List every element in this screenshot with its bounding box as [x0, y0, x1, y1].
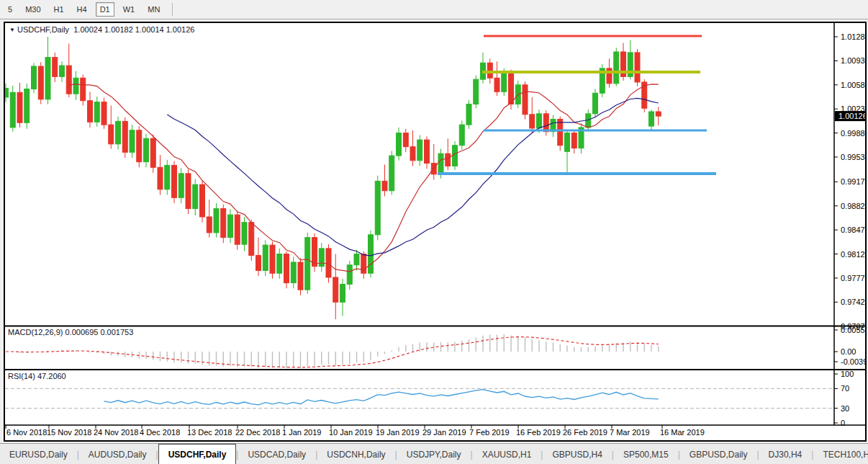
chart-tab-tech100-h1[interactable]: TECH100,H1	[813, 444, 868, 464]
candle-down	[66, 44, 71, 97]
candle-up	[551, 115, 556, 138]
candle-up	[417, 135, 422, 166]
timeframe-toolbar: 5M30H1H4D1W1MN	[0, 0, 868, 19]
price-axis-label: 0.99170	[841, 177, 865, 186]
candle-down	[446, 138, 451, 170]
timeframe-button-h1[interactable]: H1	[50, 2, 68, 17]
date-axis-label: 6 Nov 2018	[6, 428, 47, 437]
candle-up	[305, 233, 310, 294]
ma-slow-line	[167, 98, 659, 256]
price-axis-label: 1.00930	[841, 56, 865, 65]
candle-up	[32, 63, 37, 93]
candle-down	[88, 92, 93, 128]
date-axis-label: 19 Jan 2019	[376, 428, 420, 437]
chart-canvas[interactable]: 1.012801.009301.005801.002300.998800.995…	[5, 23, 865, 440]
candle-up	[277, 249, 282, 279]
candle-up	[214, 203, 219, 238]
candle-up	[45, 37, 50, 104]
candle-down	[543, 110, 548, 135]
candle-up	[291, 256, 296, 288]
rsi-axis-label: 30	[841, 404, 849, 413]
candle-down	[431, 144, 436, 180]
timeframe-button-mn[interactable]: MN	[143, 2, 164, 17]
chart-tab-usdchf-daily[interactable]: USDCHF,Daily	[158, 444, 237, 464]
macd-axis: 0.0055340.00-0.00393	[834, 326, 865, 366]
candle-up	[474, 75, 479, 108]
chart-tab-gbpusd-h4[interactable]: GBPUSD,H4	[543, 444, 611, 464]
candle-down	[122, 117, 127, 158]
candle-down	[270, 241, 275, 279]
candle-up	[130, 125, 135, 158]
candlestick-series	[5, 37, 661, 319]
price-axis-label: 0.98120	[841, 250, 865, 259]
rsi-line	[104, 390, 659, 405]
date-axis-label: 13 Dec 2018	[187, 428, 232, 437]
timeframe-button-5[interactable]: 5	[4, 2, 17, 17]
candle-up	[397, 128, 402, 161]
candle-up	[116, 117, 121, 150]
candle-down	[186, 169, 191, 214]
timeframe-button-w1[interactable]: W1	[119, 2, 140, 17]
chart-tab-xauusd-h1[interactable]: XAUUSD,H1	[473, 444, 541, 464]
rsi-value: 47.2060	[37, 372, 66, 380]
symbol-dropdown-icon[interactable]: ▼	[9, 27, 15, 33]
macd-main-value: 0.000695	[65, 328, 98, 336]
candle-down	[621, 43, 626, 81]
date-axis-label: 4 Dec 2018	[140, 428, 180, 437]
timeframe-button-d1[interactable]: D1	[96, 2, 114, 17]
chart-tab-dj30-h4[interactable]: DJ30,H4	[759, 444, 812, 464]
candle-down	[656, 107, 661, 125]
candle-down	[333, 254, 338, 320]
candle-up	[94, 97, 99, 127]
chart-tab-sp500-m15[interactable]: SP500,M15	[614, 444, 678, 464]
candle-down	[403, 129, 408, 152]
candle-down	[256, 238, 261, 276]
candle-down	[249, 220, 254, 261]
chart-tab-usdcad-daily[interactable]: USDCAD,Daily	[238, 444, 315, 464]
date-axis-label: 22 Dec 2018	[235, 428, 280, 437]
candle-down	[200, 180, 205, 222]
candle-up	[614, 48, 619, 86]
price-axis-label: 0.98820	[841, 202, 865, 210]
candle-down	[494, 61, 499, 96]
candle-up	[466, 100, 471, 129]
timeframe-button-m30[interactable]: M30	[21, 2, 45, 17]
candle-up	[579, 123, 584, 153]
candle-up	[144, 134, 149, 168]
candle-down	[38, 62, 43, 104]
chart-tab-usdjpy-daily[interactable]: USDJPY,Daily	[397, 444, 471, 464]
macd-histogram	[6, 334, 659, 368]
current-price-tag: 1.00126	[835, 111, 865, 121]
date-axis-label: 7 Mar 2019	[610, 428, 650, 437]
macd-name: MACD(12,26,9)	[8, 328, 63, 336]
date-axis-label: 26 Feb 2019	[563, 428, 607, 437]
rsi-axis-label: 0	[841, 419, 845, 427]
macd-signal-line	[6, 337, 659, 367]
candle-down	[382, 164, 387, 196]
chart-tab-audusd-daily[interactable]: AUDUSD,Daily	[79, 444, 156, 464]
date-axis-label: 10 Jan 2019	[329, 428, 373, 437]
chart-tab-usdcnh-daily[interactable]: USDCNH,Daily	[317, 444, 394, 464]
macd-signal-value: 0.001753	[100, 328, 133, 336]
candle-down	[158, 155, 163, 195]
macd-axis-label: -0.00393	[841, 357, 865, 366]
chart-tab-eurusd-daily[interactable]: EURUSD,Daily	[0, 444, 77, 464]
candle-up	[228, 209, 233, 243]
macd-axis-label: 0.00	[841, 347, 856, 356]
rsi-axis-label: 100	[841, 370, 854, 378]
timeframe-button-h4[interactable]: H4	[73, 2, 91, 17]
candle-up	[354, 250, 359, 271]
chart-tab-gbpusd-daily[interactable]: GBPUSD,Daily	[680, 444, 757, 464]
candle-up	[178, 168, 184, 203]
candle-down	[425, 136, 430, 169]
candle-up	[453, 141, 458, 170]
chart-title-ohlc: 1.00024 1.00182 1.00014 1.00126	[73, 25, 194, 34]
price-axis-label: 0.99880	[841, 129, 865, 138]
candle-down	[221, 205, 226, 243]
candle-up	[649, 110, 654, 130]
candle-up	[389, 151, 394, 195]
price-axis-label: 0.97420	[841, 298, 865, 306]
candle-down	[571, 130, 577, 153]
candle-up	[347, 261, 352, 290]
rsi-name: RSI(14)	[8, 372, 35, 380]
